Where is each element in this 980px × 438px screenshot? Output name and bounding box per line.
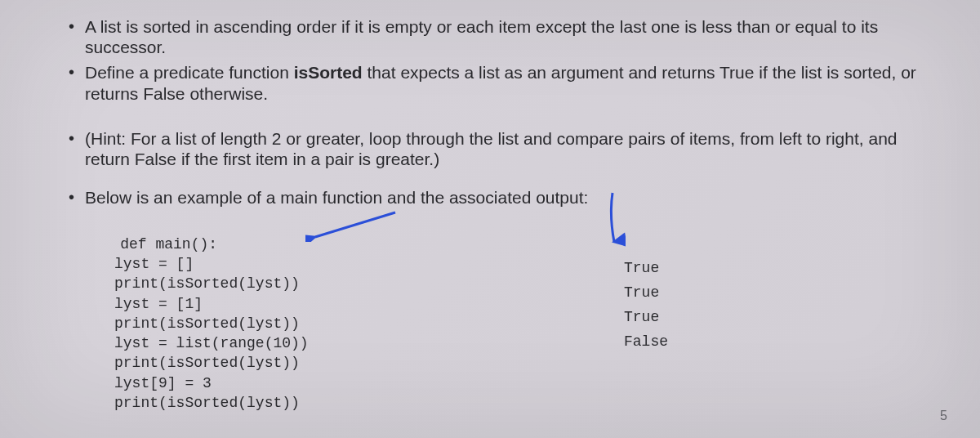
- code-line: lyst = list(range(10)): [85, 333, 542, 353]
- code-line: print(isSorted(lyst)): [85, 393, 542, 413]
- bullet-text-pre: Define a predicate function: [85, 63, 294, 82]
- bullet-text: (Hint: For a list of length 2 or greater…: [85, 129, 898, 168]
- bullet-text: Below is an example of a main function a…: [85, 188, 588, 207]
- bullet-item-example-intro: Below is an example of a main function a…: [65, 187, 931, 208]
- code-line: print(isSorted(lyst)): [85, 274, 542, 293]
- bullet-list: A list is sorted in ascending order if i…: [65, 16, 931, 208]
- output-line: True: [624, 306, 931, 329]
- output-block: True True True False: [542, 214, 931, 438]
- bullet-item-hint: (Hint: For a list of length 2 or greater…: [65, 128, 931, 169]
- page-number: 5: [940, 409, 947, 423]
- code-block: def main(): lyst = []print(isSorted(lyst…: [85, 214, 542, 438]
- output-line: True: [624, 257, 931, 280]
- output-line: True: [624, 281, 931, 305]
- bullet-item-definition: A list is sorted in ascending order if i…: [65, 16, 931, 57]
- code-line: print(isSorted(lyst)): [85, 314, 542, 333]
- code-line: lyst[9] = 3: [85, 373, 542, 393]
- code-line: lyst = []: [85, 254, 542, 274]
- code-line: lyst = [1]: [85, 294, 542, 314]
- code-line: def main():: [120, 236, 217, 253]
- bullet-item-task: Define a predicate function isSorted tha…: [65, 62, 931, 103]
- function-name: isSorted: [294, 63, 363, 82]
- bullet-text: A list is sorted in ascending order if i…: [85, 17, 878, 56]
- code-output-container: def main(): lyst = []print(isSorted(lyst…: [85, 214, 931, 438]
- output-line: False: [624, 330, 931, 354]
- code-line: print(isSorted(lyst)): [85, 353, 542, 373]
